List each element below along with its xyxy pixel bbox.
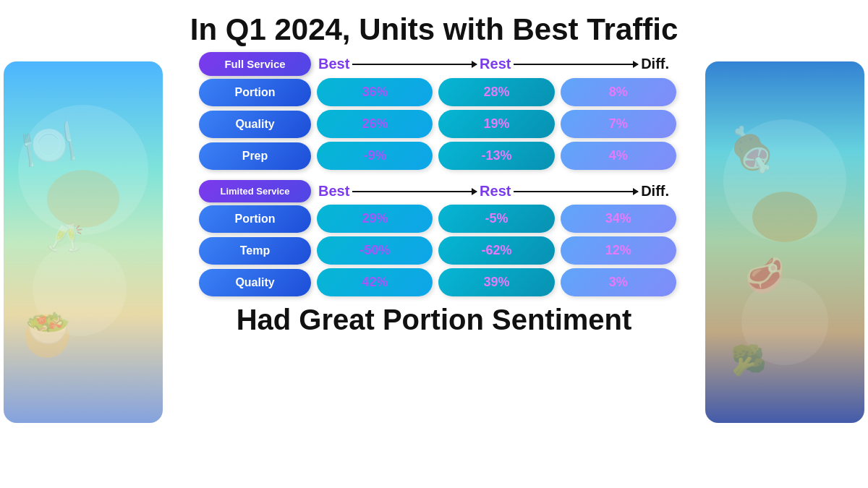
ls-portion-diff: 34% bbox=[561, 205, 676, 233]
fs-portion-best: 36% bbox=[317, 78, 433, 106]
full-service-diff-label: Diff. bbox=[641, 56, 669, 72]
full-service-arrow-group: Best Rest Diff. bbox=[311, 56, 676, 72]
full-service-best-label: Best bbox=[318, 56, 349, 72]
ls-quality-diff: 3% bbox=[561, 268, 676, 296]
bottom-title: Had Great Portion Sentiment bbox=[237, 304, 632, 336]
fs-quality-label: Quality bbox=[199, 111, 311, 138]
fs-portion-label: Portion bbox=[199, 79, 311, 106]
fs-quality-rest: 19% bbox=[438, 110, 554, 138]
arrow-line-4 bbox=[514, 191, 638, 192]
data-table: Full Service Best Rest Diff. Portion 36%… bbox=[181, 52, 687, 298]
ls-temp-diff: 12% bbox=[561, 236, 676, 265]
limited-service-badge: Limited Service bbox=[199, 180, 311, 202]
ls-temp-rest: -62% bbox=[438, 236, 554, 265]
fs-prep-best: -9% bbox=[317, 142, 433, 170]
limited-service-header-row: Limited Service Best Rest Diff. bbox=[199, 180, 676, 202]
ls-portion-row: Portion 29% -5% 34% bbox=[199, 205, 676, 233]
full-service-rest-label: Rest bbox=[480, 56, 511, 72]
fs-portion-diff: 8% bbox=[561, 78, 676, 106]
fs-prep-diff: 4% bbox=[561, 142, 676, 170]
fs-portion-rest: 28% bbox=[438, 78, 554, 106]
limited-service-arrow-group: Best Rest Diff. bbox=[311, 183, 676, 200]
main-title: In Q1 2024, Units with Best Traffic bbox=[190, 13, 678, 46]
fs-prep-label: Prep bbox=[199, 142, 311, 170]
full-service-badge: Full Service bbox=[199, 52, 311, 76]
main-container: In Q1 2024, Units with Best Traffic Full… bbox=[0, 0, 868, 488]
ls-portion-label: Portion bbox=[199, 205, 311, 233]
ls-temp-best: -50% bbox=[317, 236, 433, 265]
ls-quality-row: Quality 42% 39% 3% bbox=[199, 268, 676, 296]
limited-service-diff-label: Diff. bbox=[641, 183, 669, 200]
limited-service-best-label: Best bbox=[318, 183, 349, 200]
fs-prep-rest: -13% bbox=[438, 142, 554, 170]
fs-quality-row: Quality 26% 19% 7% bbox=[199, 110, 676, 138]
fs-quality-best: 26% bbox=[317, 110, 433, 138]
limited-service-rest-label: Rest bbox=[480, 183, 511, 200]
ls-quality-best: 42% bbox=[317, 268, 433, 296]
ls-portion-best: 29% bbox=[317, 205, 433, 233]
fs-portion-row: Portion 36% 28% 8% bbox=[199, 78, 676, 106]
arrow-line-2 bbox=[514, 64, 638, 65]
ls-quality-rest: 39% bbox=[438, 268, 554, 296]
ls-temp-row: Temp -50% -62% 12% bbox=[199, 236, 676, 265]
fs-quality-diff: 7% bbox=[561, 110, 676, 138]
ls-portion-rest: -5% bbox=[438, 205, 554, 233]
arrow-line-1 bbox=[352, 64, 477, 65]
arrow-line-3 bbox=[352, 191, 477, 192]
full-service-header-row: Full Service Best Rest Diff. bbox=[199, 52, 676, 76]
ls-temp-label: Temp bbox=[199, 237, 311, 265]
ls-quality-label: Quality bbox=[199, 269, 311, 296]
fs-prep-row: Prep -9% -13% 4% bbox=[199, 142, 676, 170]
